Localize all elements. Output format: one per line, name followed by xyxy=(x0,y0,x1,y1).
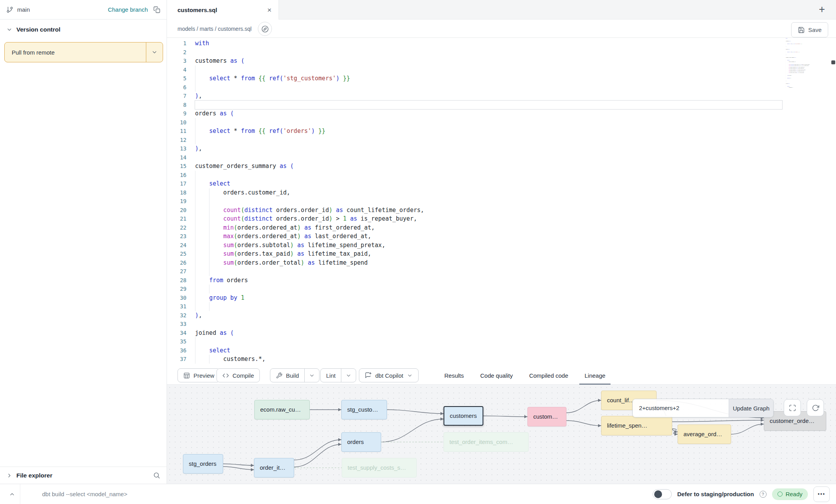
copilot-icon xyxy=(365,372,372,379)
code-line[interactable]: 15customer_orders_summary as ( xyxy=(167,162,782,171)
code-line[interactable]: 36 select xyxy=(167,346,782,355)
lint-button[interactable]: Lint xyxy=(320,368,356,382)
lineage-node-customers_mart[interactable]: custom… xyxy=(527,407,566,426)
code-line[interactable]: 31 xyxy=(167,302,782,311)
code-line[interactable]: 29 xyxy=(167,285,782,294)
compile-button[interactable]: Compile xyxy=(217,368,260,382)
code-line[interactable]: 17 select xyxy=(167,179,782,188)
preview-button[interactable]: Preview xyxy=(177,368,220,382)
search-icon[interactable] xyxy=(153,472,160,479)
code-line[interactable]: 22 min(orders.ordered_at) as first_order… xyxy=(167,223,782,232)
dbt-copilot-button[interactable]: dbt Copilot xyxy=(359,368,419,382)
new-tab-button[interactable]: + xyxy=(815,2,829,16)
code-line[interactable]: 14 xyxy=(167,153,782,162)
save-icon xyxy=(798,27,805,34)
lineage-selector-input[interactable]: 2+customers+2 xyxy=(633,399,729,417)
code-line[interactable]: 28 from orders xyxy=(167,276,782,285)
refresh-button[interactable] xyxy=(807,399,824,416)
pull-from-remote-button[interactable]: Pull from remote xyxy=(4,42,163,62)
panel-tab-results[interactable]: Results xyxy=(436,366,472,385)
build-options-chevron[interactable] xyxy=(305,369,319,382)
code-line[interactable]: 23 max(orders.ordered_at) as last_ordere… xyxy=(167,232,782,241)
code-line[interactable]: 34joined as ( xyxy=(167,329,782,338)
panel-tab-lineage[interactable]: Lineage xyxy=(576,366,613,385)
code-line[interactable]: 4 xyxy=(167,65,782,74)
lineage-node-orders[interactable]: orders xyxy=(341,432,381,452)
code-line[interactable]: 27 xyxy=(167,267,782,276)
pull-options-chevron[interactable] xyxy=(146,49,163,55)
code-line[interactable]: 21 count(distinct orders.order_id) > 1 a… xyxy=(167,214,782,223)
code-line[interactable]: 18 orders.customer_id, xyxy=(167,188,782,197)
fullscreen-button[interactable] xyxy=(784,399,801,416)
editor-toolbar: Preview Compile Build Lint xyxy=(167,366,836,385)
lineage-node-order_items[interactable]: order_it… xyxy=(254,458,294,477)
code-line[interactable]: 11 select * from {{ ref('orders') }} xyxy=(167,127,782,136)
tab-title: customers.sql xyxy=(177,7,217,13)
lineage-node-stg_customers[interactable]: stg_custo… xyxy=(341,400,387,419)
code-line[interactable]: 35 xyxy=(167,337,782,346)
copy-icon[interactable] xyxy=(153,6,160,13)
compass-icon xyxy=(261,25,269,33)
code-line[interactable]: 25 sum(orders.tax_paid) as lifetime_tax_… xyxy=(167,249,782,258)
line-number: 31 xyxy=(167,302,186,311)
code-line[interactable]: 5 select * from {{ ref('stg_customers') … xyxy=(167,74,782,83)
change-branch-link[interactable]: Change branch xyxy=(108,6,148,13)
line-number: 16 xyxy=(167,171,186,180)
code-line[interactable]: 32), xyxy=(167,311,782,320)
code-line[interactable]: 6 xyxy=(167,83,782,92)
code-line[interactable]: 16 xyxy=(167,171,782,180)
code-line[interactable]: 12 xyxy=(167,136,782,145)
help-icon[interactable]: ? xyxy=(760,491,767,498)
lint-options-chevron[interactable] xyxy=(341,369,356,382)
code-editor[interactable]: 1with23customers as (45 select * from {{… xyxy=(167,38,836,366)
code-line[interactable]: 13), xyxy=(167,144,782,153)
panel-tab-code-quality[interactable]: Code quality xyxy=(472,366,521,385)
compass-button[interactable] xyxy=(258,22,272,36)
lineage-panel[interactable]: ecom.raw_cu…stg_custo…customerscustom…co… xyxy=(167,385,836,484)
expand-command-bar[interactable] xyxy=(4,484,20,504)
code-line[interactable]: 7), xyxy=(167,92,782,101)
command-input[interactable]: dbt build --select <model_name> xyxy=(42,484,127,504)
line-number: 21 xyxy=(167,214,186,223)
version-control-header[interactable]: Version control xyxy=(0,19,167,40)
code-line[interactable]: 30 group by 1 xyxy=(167,294,782,302)
code-line[interactable]: 24 sum(orders.subtotal) as lifetime_spen… xyxy=(167,241,782,250)
minimap[interactable]: withcustomers as ( select * from {{ ref(… xyxy=(785,38,815,90)
code-line[interactable]: 37 customers.*, xyxy=(167,355,782,364)
code-line[interactable]: 33 xyxy=(167,320,782,329)
panel-tab-compiled-code[interactable]: Compiled code xyxy=(521,366,576,385)
code-line[interactable]: 8 xyxy=(167,101,782,110)
defer-toggle[interactable] xyxy=(653,489,672,499)
line-number: 10 xyxy=(167,118,186,127)
version-control-label: Version control xyxy=(16,26,60,33)
update-graph-button[interactable]: Update Graph xyxy=(729,399,773,417)
lineage-node-average_order[interactable]: average_ord… xyxy=(678,424,731,444)
line-number: 6 xyxy=(167,83,186,92)
code-line[interactable]: 26 sum(orders.order_total) as lifetime_s… xyxy=(167,258,782,267)
code-line[interactable]: 1with xyxy=(167,39,782,48)
result-panel-tabs: ResultsCode qualityCompiled codeLineage xyxy=(436,366,836,385)
line-number: 35 xyxy=(167,337,186,346)
save-button[interactable]: Save xyxy=(791,22,828,37)
lineage-node-test_order_items[interactable]: test_order_items_com… xyxy=(444,432,529,452)
lineage-node-ecom_raw[interactable]: ecom.raw_cu… xyxy=(254,400,310,419)
more-menu-button[interactable]: ••• xyxy=(813,486,830,502)
lineage-node-lifetime_spend[interactable]: lifetime_spen… xyxy=(601,416,672,435)
code-line[interactable]: 10 xyxy=(167,118,782,127)
lineage-node-test_supply[interactable]: test_supply_costs_s… xyxy=(342,458,417,477)
tab-customers-sql[interactable]: customers.sql × xyxy=(167,0,279,19)
editor-scrollbar[interactable] xyxy=(831,38,836,366)
file-explorer-header[interactable]: File explorer xyxy=(0,467,167,484)
scrollbar-thumb[interactable] xyxy=(831,60,835,64)
code-line[interactable]: 2 xyxy=(167,48,782,57)
build-button[interactable]: Build xyxy=(270,368,319,382)
lineage-node-customers[interactable]: customers xyxy=(444,406,483,426)
dbt-ide-window: main Change branch Version control Pull … xyxy=(0,0,836,504)
close-icon[interactable]: × xyxy=(267,6,272,14)
code-line[interactable]: 20 count(distinct orders.order_id) as co… xyxy=(167,206,782,215)
line-number: 7 xyxy=(167,92,186,101)
code-line[interactable]: 9orders as ( xyxy=(167,109,782,118)
code-line[interactable]: 19 xyxy=(167,197,782,206)
code-line[interactable]: 3customers as ( xyxy=(167,57,782,65)
lineage-node-stg_orders[interactable]: stg_orders xyxy=(183,454,223,474)
